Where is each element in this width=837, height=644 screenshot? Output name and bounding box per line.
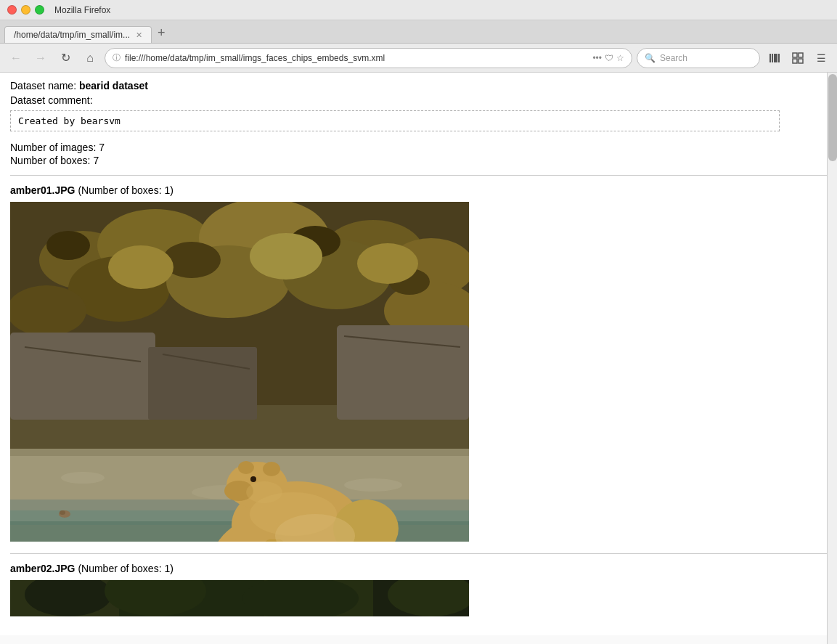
back-button[interactable]: ← [6,48,26,68]
svg-point-25 [250,233,322,280]
svg-rect-0 [769,54,771,62]
image-2-title: amber02.JPG (Number of boxes: 1) [10,563,827,574]
svg-point-46 [263,462,280,476]
tabs-icon[interactable] [788,48,808,68]
library-icon[interactable] [764,48,785,68]
dataset-name-line: Dataset name: bearid dataset [10,80,827,91]
info-icon: ⓘ [113,52,121,63]
svg-point-48 [250,476,256,482]
browser-toolbar: ← → ↻ ⌂ ⓘ file:///home/data/tmp/im_small… [0,44,837,73]
menu-icon[interactable]: ☰ [811,48,831,68]
tab-label: /home/data/tmp/im_small/im... [14,30,130,40]
svg-rect-28 [148,347,257,420]
search-bar[interactable]: 🔍 Search [637,48,760,68]
svg-point-59 [246,481,282,503]
amber02-preview [10,580,469,616]
svg-rect-1 [772,54,773,62]
tab-close-icon[interactable]: ✕ [136,30,142,40]
svg-point-47 [238,461,254,474]
image-2-boxes: (Number of boxes: 1) [78,563,173,574]
bear-image-1: bc_amber [10,202,469,542]
tab-bar: /home/data/tmp/im_small/im... ✕ + [0,20,837,44]
image-section-1: amber01.JPG (Number of boxes: 1) [10,184,827,542]
maximize-button[interactable] [35,5,44,15]
svg-rect-4 [793,53,797,57]
image-2-filename: amber02.JPG [10,563,75,574]
dataset-comment-label: Dataset comment: [10,94,827,106]
dataset-name-value: bearid dataset [79,80,148,91]
comment-box: Created by bearsvm [10,110,780,131]
image-1-boxes: (Number of boxes: 1) [78,184,173,196]
image-1-title: amber01.JPG (Number of boxes: 1) [10,184,827,196]
svg-point-35 [61,472,105,484]
minimize-button[interactable] [21,5,30,15]
svg-point-26 [357,243,418,284]
browser-title: Mozilla Firefox [54,5,110,15]
toolbar-icons: ☰ [764,48,831,68]
address-bar[interactable]: ⓘ file:///home/data/tmp/im_small/imgs_fa… [105,48,632,68]
divider [10,175,827,176]
svg-rect-3 [778,54,780,62]
num-boxes: Number of boxes: 7 [10,155,827,166]
address-extras: ••• 🛡 ☆ [592,53,624,63]
url-text: file:///home/data/tmp/im_small/imgs_face… [125,53,588,63]
svg-rect-2 [774,54,777,62]
num-images: Number of images: 7 [10,142,827,153]
active-tab[interactable]: /home/data/tmp/im_small/im... ✕ [4,26,152,43]
browser-titlebar: Mozilla Firefox [0,0,837,20]
svg-point-75 [242,580,359,616]
search-icon: 🔍 [645,53,656,63]
close-button[interactable] [7,5,17,15]
image-1-filename: amber01.JPG [10,184,75,196]
scrollbar[interactable] [827,73,837,635]
svg-point-20 [46,231,90,260]
comment-text: Created by bearsvm [18,115,121,126]
divider-2 [10,553,827,554]
svg-rect-6 [793,59,797,63]
traffic-lights [7,5,44,15]
page-content: Dataset name: bearid dataset Dataset com… [0,73,837,635]
image-section-2: amber02.JPG (Number of boxes: 1) [10,563,827,616]
star-icon[interactable]: ☆ [616,53,624,63]
home-button[interactable]: ⌂ [80,48,100,68]
svg-point-18 [10,285,86,336]
svg-point-24 [108,245,173,289]
svg-rect-29 [337,325,469,420]
svg-rect-7 [799,59,803,63]
svg-rect-27 [10,333,155,420]
search-placeholder: Search [660,53,687,63]
bookmark-shield-icon[interactable]: 🛡 [605,53,613,63]
forward-button[interactable]: → [30,48,51,68]
ellipsis-icon[interactable]: ••• [592,53,602,63]
svg-rect-5 [799,53,803,57]
dataset-name-label: Dataset name: [10,80,76,91]
reload-button[interactable]: ↻ [55,48,75,68]
svg-point-62 [60,510,65,515]
new-tab-button[interactable]: + [152,25,171,41]
svg-rect-34 [10,449,469,456]
svg-point-37 [344,478,402,492]
scrollbar-thumb[interactable] [828,74,837,161]
